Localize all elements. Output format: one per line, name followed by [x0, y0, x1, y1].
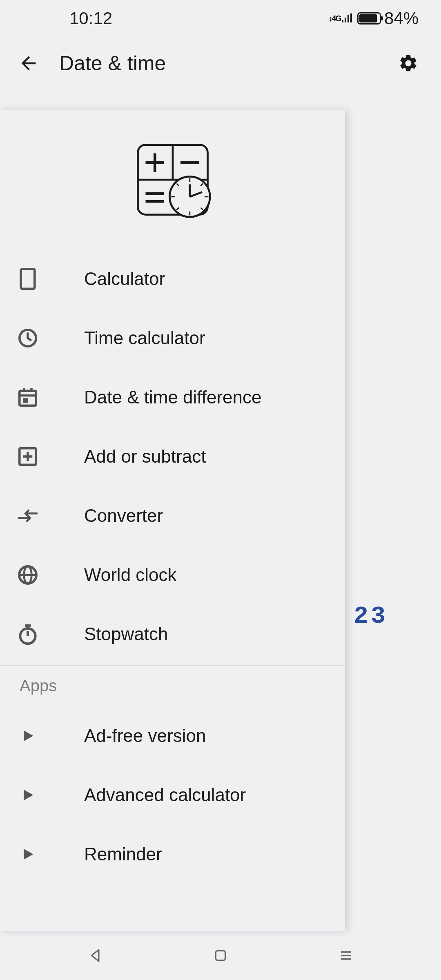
- menu-recents-icon: [337, 947, 354, 964]
- drawer-item-label: Converter: [84, 506, 163, 526]
- status-time: 10:12: [22, 9, 112, 28]
- play-icon: [16, 784, 39, 806]
- app-header: Date & time: [0, 37, 441, 90]
- status-bar: 10:12 ↕4G 84%: [0, 0, 441, 37]
- digital-readout: 23: [354, 602, 388, 630]
- arrow-left-icon: [18, 53, 39, 74]
- battery-indicator: 84%: [357, 9, 419, 28]
- drawer-section-apps: Apps: [0, 665, 345, 706]
- drawer-item-label: Ad-free version: [84, 726, 206, 746]
- stopwatch-icon: [16, 623, 39, 646]
- gear-icon: [398, 53, 419, 74]
- settings-button[interactable]: [396, 51, 421, 76]
- play-icon: [16, 724, 39, 747]
- drawer-item-label: Date & time difference: [84, 387, 262, 408]
- calculator-icon: [16, 267, 39, 290]
- nav-back-button[interactable]: [83, 943, 107, 968]
- drawer-item-reminder[interactable]: Reminder: [0, 824, 345, 884]
- svg-point-32: [20, 628, 35, 644]
- drawer-item-add-subtract[interactable]: Add or subtract: [0, 427, 345, 486]
- drawer-item-ad-free[interactable]: Ad-free version: [0, 706, 345, 765]
- drawer-list[interactable]: Calculator Time calculator Date & time d…: [0, 249, 345, 931]
- drawer-item-label: World clock: [84, 565, 177, 585]
- drawer-item-label: Advanced calculator: [84, 785, 246, 805]
- network-icon: ↕4G: [328, 13, 352, 23]
- drawer-item-stopwatch[interactable]: Stopwatch: [0, 604, 345, 664]
- play-icon: [16, 843, 39, 866]
- nav-home-button[interactable]: [208, 943, 233, 968]
- square-home-icon: [212, 947, 229, 964]
- battery-percent: 84%: [384, 9, 419, 28]
- svg-rect-36: [216, 951, 225, 960]
- system-nav-bar: [0, 931, 441, 980]
- globe-icon: [16, 564, 39, 586]
- drawer-item-label: Stopwatch: [84, 624, 168, 644]
- calendar-icon: [16, 386, 39, 409]
- drawer-item-converter[interactable]: Converter: [0, 486, 345, 545]
- drawer-item-date-time-difference[interactable]: Date & time difference: [0, 368, 345, 427]
- app-logo-icon: [134, 141, 212, 218]
- battery-icon: [357, 12, 381, 24]
- plus-box-icon: [16, 445, 39, 468]
- svg-rect-25: [23, 398, 28, 403]
- drawer-item-label: Calculator: [84, 269, 165, 289]
- clock-icon: [16, 327, 39, 350]
- drawer-item-label: Add or subtract: [84, 446, 206, 467]
- status-right: ↕4G 84%: [328, 9, 419, 28]
- drawer-logo-area: [0, 110, 345, 249]
- svg-rect-19: [21, 269, 35, 289]
- navigation-drawer: Calculator Time calculator Date & time d…: [0, 110, 345, 931]
- drawer-item-time-calculator[interactable]: Time calculator: [0, 308, 345, 368]
- drawer-item-label: Reminder: [84, 844, 162, 864]
- drawer-item-world-clock[interactable]: World clock: [0, 545, 345, 604]
- triangle-back-icon: [87, 947, 104, 964]
- arrows-icon: [16, 504, 39, 527]
- drawer-item-label: Time calculator: [84, 328, 205, 348]
- page-title: Date & time: [59, 51, 378, 75]
- drawer-item-advanced-calculator[interactable]: Advanced calculator: [0, 765, 345, 824]
- back-button[interactable]: [16, 51, 41, 76]
- drawer-item-calculator[interactable]: Calculator: [0, 249, 345, 308]
- nav-recents-button[interactable]: [334, 943, 358, 968]
